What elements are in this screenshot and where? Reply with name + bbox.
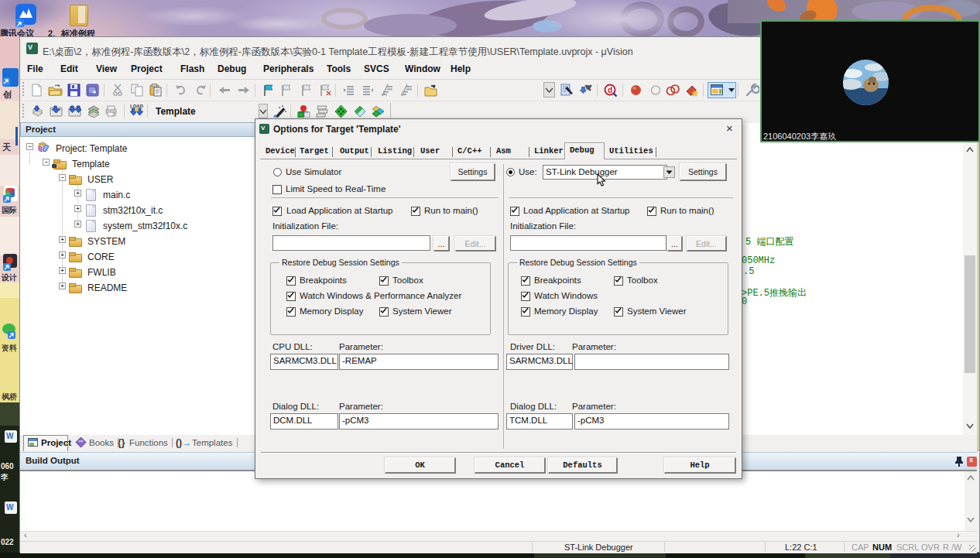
svg-text:d: d [608, 86, 612, 94]
svg-text:LOAD: LOAD [130, 104, 143, 108]
